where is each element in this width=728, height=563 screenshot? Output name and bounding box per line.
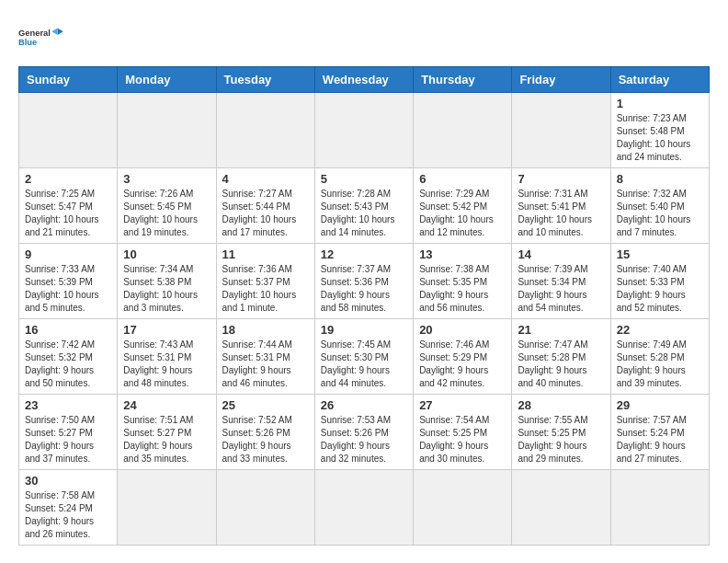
day-number: 23 bbox=[25, 398, 111, 412]
day-info: Sunrise: 7:34 AM Sunset: 5:38 PM Dayligh… bbox=[123, 263, 210, 315]
calendar-day: 2Sunrise: 7:25 AM Sunset: 5:47 PM Daylig… bbox=[19, 168, 118, 244]
day-info: Sunrise: 7:39 AM Sunset: 5:34 PM Dayligh… bbox=[518, 263, 604, 315]
svg-text:Blue: Blue bbox=[18, 38, 37, 47]
calendar-day bbox=[216, 470, 314, 546]
day-info: Sunrise: 7:28 AM Sunset: 5:43 PM Dayligh… bbox=[321, 188, 407, 239]
calendar-day: 6Sunrise: 7:29 AM Sunset: 5:42 PM Daylig… bbox=[414, 168, 512, 244]
day-info: Sunrise: 7:57 AM Sunset: 5:24 PM Dayligh… bbox=[617, 414, 703, 465]
calendar-day: 24Sunrise: 7:51 AM Sunset: 5:27 PM Dayli… bbox=[118, 395, 216, 470]
day-number: 6 bbox=[419, 172, 506, 186]
day-info: Sunrise: 7:44 AM Sunset: 5:31 PM Dayligh… bbox=[222, 339, 309, 390]
day-info: Sunrise: 7:25 AM Sunset: 5:47 PM Dayligh… bbox=[25, 188, 111, 239]
day-info: Sunrise: 7:23 AM Sunset: 5:48 PM Dayligh… bbox=[617, 112, 703, 164]
calendar-day bbox=[512, 470, 610, 546]
weekday-header-sunday: Sunday bbox=[19, 67, 118, 93]
day-number: 30 bbox=[25, 474, 111, 488]
calendar-day: 1Sunrise: 7:23 AM Sunset: 5:48 PM Daylig… bbox=[610, 93, 709, 168]
svg-text:General: General bbox=[18, 29, 51, 38]
calendar-day bbox=[118, 470, 216, 546]
logo: General Blue bbox=[18, 18, 64, 57]
calendar-day: 25Sunrise: 7:52 AM Sunset: 5:26 PM Dayli… bbox=[216, 395, 314, 470]
weekday-header-monday: Monday bbox=[118, 67, 216, 93]
calendar-week-3: 16Sunrise: 7:42 AM Sunset: 5:32 PM Dayli… bbox=[19, 319, 710, 395]
calendar-day: 30Sunrise: 7:58 AM Sunset: 5:24 PM Dayli… bbox=[19, 470, 118, 546]
day-info: Sunrise: 7:42 AM Sunset: 5:32 PM Dayligh… bbox=[25, 339, 111, 390]
day-info: Sunrise: 7:58 AM Sunset: 5:24 PM Dayligh… bbox=[25, 489, 111, 541]
day-number: 18 bbox=[222, 323, 309, 337]
calendar-week-1: 2Sunrise: 7:25 AM Sunset: 5:47 PM Daylig… bbox=[19, 168, 710, 244]
header: General Blue bbox=[18, 18, 710, 57]
day-info: Sunrise: 7:54 AM Sunset: 5:25 PM Dayligh… bbox=[419, 414, 506, 465]
calendar-day: 27Sunrise: 7:54 AM Sunset: 5:25 PM Dayli… bbox=[414, 395, 512, 470]
weekday-header-row: SundayMondayTuesdayWednesdayThursdayFrid… bbox=[19, 67, 710, 93]
svg-marker-3 bbox=[51, 28, 57, 35]
calendar-day bbox=[610, 470, 709, 546]
calendar-day bbox=[118, 93, 216, 168]
calendar-day: 9Sunrise: 7:33 AM Sunset: 5:39 PM Daylig… bbox=[19, 244, 118, 319]
weekday-header-friday: Friday bbox=[512, 67, 610, 93]
calendar-day bbox=[19, 93, 118, 168]
day-info: Sunrise: 7:55 AM Sunset: 5:25 PM Dayligh… bbox=[518, 414, 604, 465]
calendar-day: 12Sunrise: 7:37 AM Sunset: 5:36 PM Dayli… bbox=[314, 244, 413, 319]
calendar: SundayMondayTuesdayWednesdayThursdayFrid… bbox=[18, 66, 710, 546]
weekday-header-tuesday: Tuesday bbox=[216, 67, 314, 93]
svg-marker-2 bbox=[58, 28, 63, 35]
calendar-day bbox=[414, 470, 512, 546]
calendar-day: 28Sunrise: 7:55 AM Sunset: 5:25 PM Dayli… bbox=[512, 395, 610, 470]
day-number: 25 bbox=[222, 398, 309, 412]
day-number: 8 bbox=[617, 172, 703, 186]
day-info: Sunrise: 7:50 AM Sunset: 5:27 PM Dayligh… bbox=[25, 414, 111, 465]
calendar-day bbox=[512, 93, 610, 168]
calendar-day: 17Sunrise: 7:43 AM Sunset: 5:31 PM Dayli… bbox=[118, 319, 216, 395]
calendar-day: 18Sunrise: 7:44 AM Sunset: 5:31 PM Dayli… bbox=[216, 319, 314, 395]
day-info: Sunrise: 7:38 AM Sunset: 5:35 PM Dayligh… bbox=[419, 263, 506, 315]
day-info: Sunrise: 7:26 AM Sunset: 5:45 PM Dayligh… bbox=[123, 188, 210, 239]
weekday-header-thursday: Thursday bbox=[414, 67, 512, 93]
calendar-day: 13Sunrise: 7:38 AM Sunset: 5:35 PM Dayli… bbox=[414, 244, 512, 319]
weekday-header-saturday: Saturday bbox=[610, 67, 709, 93]
day-info: Sunrise: 7:33 AM Sunset: 5:39 PM Dayligh… bbox=[25, 263, 111, 315]
calendar-day: 26Sunrise: 7:53 AM Sunset: 5:26 PM Dayli… bbox=[314, 395, 413, 470]
calendar-day: 23Sunrise: 7:50 AM Sunset: 5:27 PM Dayli… bbox=[19, 395, 118, 470]
day-number: 15 bbox=[617, 247, 703, 261]
calendar-day: 5Sunrise: 7:28 AM Sunset: 5:43 PM Daylig… bbox=[314, 168, 413, 244]
day-number: 2 bbox=[25, 172, 111, 186]
calendar-week-2: 9Sunrise: 7:33 AM Sunset: 5:39 PM Daylig… bbox=[19, 244, 710, 319]
day-number: 21 bbox=[518, 323, 604, 337]
calendar-day: 20Sunrise: 7:46 AM Sunset: 5:29 PM Dayli… bbox=[414, 319, 512, 395]
day-number: 4 bbox=[222, 172, 309, 186]
day-number: 3 bbox=[123, 172, 210, 186]
day-info: Sunrise: 7:32 AM Sunset: 5:40 PM Dayligh… bbox=[617, 188, 703, 239]
day-number: 27 bbox=[419, 398, 506, 412]
calendar-day bbox=[314, 470, 413, 546]
day-info: Sunrise: 7:53 AM Sunset: 5:26 PM Dayligh… bbox=[321, 414, 407, 465]
day-number: 1 bbox=[617, 97, 703, 110]
calendar-day: 21Sunrise: 7:47 AM Sunset: 5:28 PM Dayli… bbox=[512, 319, 610, 395]
day-number: 12 bbox=[321, 247, 407, 261]
calendar-week-5: 30Sunrise: 7:58 AM Sunset: 5:24 PM Dayli… bbox=[19, 470, 710, 546]
weekday-header-wednesday: Wednesday bbox=[314, 67, 413, 93]
day-number: 22 bbox=[617, 323, 703, 337]
calendar-day: 14Sunrise: 7:39 AM Sunset: 5:34 PM Dayli… bbox=[512, 244, 610, 319]
calendar-day: 11Sunrise: 7:36 AM Sunset: 5:37 PM Dayli… bbox=[216, 244, 314, 319]
calendar-day: 3Sunrise: 7:26 AM Sunset: 5:45 PM Daylig… bbox=[118, 168, 216, 244]
day-info: Sunrise: 7:37 AM Sunset: 5:36 PM Dayligh… bbox=[321, 263, 407, 315]
calendar-day: 16Sunrise: 7:42 AM Sunset: 5:32 PM Dayli… bbox=[19, 319, 118, 395]
day-number: 9 bbox=[25, 247, 111, 261]
calendar-day: 29Sunrise: 7:57 AM Sunset: 5:24 PM Dayli… bbox=[610, 395, 709, 470]
day-number: 20 bbox=[419, 323, 506, 337]
day-info: Sunrise: 7:43 AM Sunset: 5:31 PM Dayligh… bbox=[123, 339, 210, 390]
day-number: 19 bbox=[321, 323, 407, 337]
calendar-day: 19Sunrise: 7:45 AM Sunset: 5:30 PM Dayli… bbox=[314, 319, 413, 395]
day-info: Sunrise: 7:46 AM Sunset: 5:29 PM Dayligh… bbox=[419, 339, 506, 390]
calendar-day bbox=[414, 93, 512, 168]
calendar-day bbox=[216, 93, 314, 168]
logo-svg: General Blue bbox=[18, 18, 64, 57]
calendar-day: 4Sunrise: 7:27 AM Sunset: 5:44 PM Daylig… bbox=[216, 168, 314, 244]
day-number: 7 bbox=[518, 172, 604, 186]
day-info: Sunrise: 7:29 AM Sunset: 5:42 PM Dayligh… bbox=[419, 188, 506, 239]
calendar-day bbox=[314, 93, 413, 168]
calendar-day: 8Sunrise: 7:32 AM Sunset: 5:40 PM Daylig… bbox=[610, 168, 709, 244]
calendar-day: 10Sunrise: 7:34 AM Sunset: 5:38 PM Dayli… bbox=[118, 244, 216, 319]
day-info: Sunrise: 7:49 AM Sunset: 5:28 PM Dayligh… bbox=[617, 339, 703, 390]
